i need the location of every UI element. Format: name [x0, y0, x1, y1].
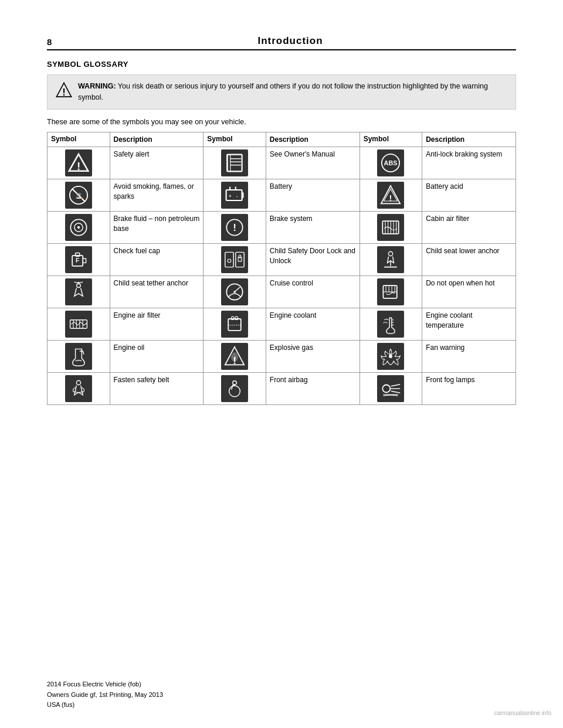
safety-alert-icon: ! — [65, 149, 92, 176]
symbol-cell: F — [48, 244, 110, 276]
warning-body: You risk death or serious injury to your… — [78, 82, 488, 101]
svg-rect-42 — [239, 255, 241, 258]
check-fuel-cap-icon: F — [65, 246, 92, 273]
section-heading: SYMBOL GLOSSARY — [47, 60, 516, 69]
desc-engine-coolant: Engine coolant — [266, 308, 359, 341]
table-row: Engine oil ! Explosive gas — [48, 341, 516, 373]
desc-explosive-gas: Explosive gas — [266, 341, 359, 373]
desc-engine-air-filter: Engine air filter — [110, 308, 204, 341]
page-title: Introduction — [65, 35, 516, 47]
symbol-cell — [359, 308, 422, 341]
brake-fluid-icon — [65, 214, 92, 241]
symbol-cell: ! — [359, 179, 422, 212]
table-row: Fasten safety belt Front airbag — [48, 373, 516, 405]
svg-line-78 — [391, 385, 400, 386]
desc-cabin-air-filter: Cabin air filter — [422, 212, 516, 244]
desc-engine-coolant-temp: Engine coolant temperature — [422, 308, 516, 341]
desc-abs: Anti-lock braking system — [422, 147, 516, 179]
svg-point-74 — [229, 386, 240, 397]
desc-battery-acid: Battery acid — [422, 179, 516, 212]
warning-text: WARNING: You risk death or serious injur… — [78, 81, 507, 103]
col-header-symbol-3: Symbol — [359, 132, 422, 147]
fasten-safety-belt-icon — [65, 375, 92, 402]
front-fog-lamps-icon — [377, 375, 404, 402]
symbol-cell: ! — [48, 147, 110, 179]
symbol-cell: + - — [204, 179, 266, 212]
warning-icon: ! — [56, 82, 72, 98]
brake-system-icon: ! — [221, 214, 248, 241]
svg-point-73 — [233, 381, 236, 385]
symbol-cell — [48, 373, 110, 405]
cabin-air-filter-icon — [377, 214, 404, 241]
desc-child-seat-lower-anchor: Child seat lower anchor — [422, 244, 516, 276]
front-airbag-icon — [221, 375, 248, 402]
desc-battery: Battery — [266, 179, 359, 212]
table-row: 🚬 Avoid smoking, flames, or sparks + — [48, 179, 516, 212]
symbol-cell — [204, 244, 266, 276]
table-row: ! Safety alert — [48, 147, 516, 179]
symbol-cell — [48, 341, 110, 373]
explosive-gas-icon: ! — [221, 343, 248, 370]
svg-rect-16 — [242, 193, 244, 198]
battery-icon: + - — [221, 182, 248, 209]
svg-point-71 — [389, 355, 393, 358]
desc-check-fuel-cap: Check fuel cap — [110, 244, 204, 276]
svg-rect-4 — [227, 155, 242, 172]
symbol-cell — [204, 276, 266, 308]
table-row: Child seat tether anchor Cruise control — [48, 276, 516, 308]
footer-vehicle-name: 2014 Focus Electric Vehicle — [47, 681, 126, 688]
intro-text: These are some of the symbols you may se… — [47, 118, 516, 126]
symbol-cell — [359, 244, 422, 276]
col-header-desc-2: Description — [266, 132, 359, 147]
page-footer: 2014 Focus Electric Vehicle (fob) Owners… — [47, 679, 163, 710]
symbol-cell — [204, 147, 266, 179]
page-number: 8 — [47, 37, 65, 47]
symbol-cell — [48, 212, 110, 244]
col-header-symbol-1: Symbol — [48, 132, 110, 147]
svg-rect-62 — [228, 319, 241, 331]
page-header: 8 Introduction — [47, 35, 516, 50]
svg-text:🚬: 🚬 — [74, 192, 83, 200]
desc-cruise-control: Cruise control — [266, 276, 359, 308]
warning-label: WARNING: — [78, 82, 116, 90]
desc-front-fog-lamps: Front fog lamps — [422, 373, 516, 405]
symbol-cell: ! — [204, 341, 266, 373]
footer-country: USA — [47, 701, 60, 708]
abs-icon: ABS — [377, 149, 404, 176]
svg-point-26 — [77, 226, 80, 229]
symbol-cell — [48, 276, 110, 308]
engine-oil-icon — [65, 343, 92, 370]
symbol-cell — [359, 276, 422, 308]
engine-coolant-temp-icon — [377, 311, 404, 338]
child-seat-lower-anchor-icon — [377, 246, 404, 273]
footer-vehicle-suffix: (fob) — [126, 681, 141, 688]
table-header-row: Symbol Description Symbol Description Sy… — [48, 132, 516, 147]
child-safety-door-lock-icon — [221, 246, 248, 273]
col-header-symbol-2: Symbol — [204, 132, 266, 147]
col-header-desc-1: Description — [110, 132, 204, 147]
col-header-desc-3: Description — [422, 132, 516, 147]
symbol-cell: 🚬 — [48, 179, 110, 212]
desc-fasten-safety-belt: Fasten safety belt — [110, 373, 204, 405]
battery-acid-icon: ! — [377, 182, 404, 209]
svg-text:+: + — [229, 194, 232, 199]
table-row: Brake fluid – non petroleum base ! Brake… — [48, 212, 516, 244]
desc-do-not-open-when-hot: Do not open when hot — [422, 276, 516, 308]
do-not-open-when-hot-icon — [377, 278, 404, 305]
desc-no-smoking: Avoid smoking, flames, or sparks — [110, 179, 204, 212]
desc-safety-alert: Safety alert — [110, 147, 204, 179]
svg-text:-: - — [236, 194, 238, 199]
footer-line2: Owners Guide gf, 1st Printing, May 2013 — [47, 690, 163, 700]
symbol-cell — [204, 308, 266, 341]
svg-point-46 — [77, 284, 80, 287]
svg-point-39 — [228, 259, 231, 263]
svg-rect-38 — [225, 253, 233, 267]
symbol-cell — [204, 373, 266, 405]
warning-box: ! WARNING: You risk death or serious inj… — [47, 74, 516, 110]
svg-text:!: ! — [389, 193, 392, 203]
svg-point-43 — [389, 252, 393, 256]
child-seat-tether-anchor-icon — [65, 278, 92, 305]
fan-warning-icon — [377, 343, 404, 370]
svg-text:!: ! — [233, 222, 236, 234]
symbol-cell — [359, 373, 422, 405]
